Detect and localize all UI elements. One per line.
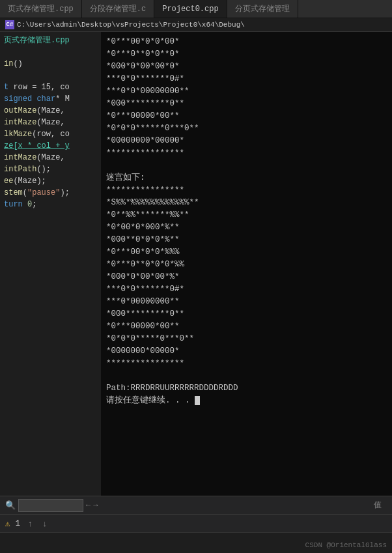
- console-output-line: ****************: [106, 184, 387, 197]
- forward-nav[interactable]: →: [93, 501, 98, 510]
- search-bar: 🔍 ← → 值: [0, 496, 392, 514]
- code-line: outMaze(Maze,: [0, 105, 101, 117]
- console-output-line: *000**0*0*0*%**: [106, 234, 387, 246]
- console-output-line: *0*0*0******0***0**: [106, 122, 387, 135]
- value-label: 值: [374, 500, 387, 511]
- tab-segment-storage[interactable]: 分段存储管理.c: [82, 0, 154, 18]
- console-output-line: *000*********0**: [106, 308, 387, 320]
- tab-paged-storage[interactable]: 分页式存储管理: [227, 0, 298, 18]
- console-output-line: 迷宫如下:: [106, 172, 387, 184]
- console-output-line: *S%%*%%%%%%%%%%%%**: [106, 197, 387, 209]
- continue-prompt: 请按任意键继续. . . _: [106, 395, 387, 407]
- console-output-line: [106, 370, 387, 382]
- code-line: signed char* M: [0, 93, 101, 105]
- console-output-line: *0***00*0*0*%%%: [106, 246, 387, 259]
- back-nav[interactable]: ←: [86, 501, 91, 510]
- tab-bar: 页式存储管理.cpp 分段存储管理.c Project0.cpp 分页式存储管理: [0, 0, 392, 18]
- code-line: ee(Maze);: [0, 175, 101, 187]
- console-output-line: ***0*0*00000000**: [106, 85, 387, 98]
- console-output-line: [106, 160, 387, 172]
- console-output-line: *0*00*0*000*%**: [106, 221, 387, 234]
- up-button[interactable]: ↑: [25, 517, 35, 530]
- code-line: intMaze(Maze,: [0, 152, 101, 163]
- path-output: Path:RRRDRRUURRRRRRDDDDRDDD: [106, 382, 387, 395]
- code-line: [0, 46, 101, 58]
- console-output-line: *00000000*00000*: [106, 135, 387, 147]
- console-output-line: *0***0**0*0*0*%%: [106, 259, 387, 271]
- code-line: stem("pause");: [0, 187, 101, 199]
- console-output-line: ***0*0*******0#*: [106, 283, 387, 296]
- console-output-line: *000*0*00*00*%*: [106, 271, 387, 283]
- code-line: [0, 70, 101, 81]
- code-line: 页式存储管理.cpp: [0, 35, 101, 46]
- console-output-line: ***0*0*******0#*: [106, 73, 387, 85]
- code-line: lkMaze(row, co: [0, 128, 101, 140]
- console-output-line: *0***00000*00**: [106, 320, 387, 333]
- code-line: ze[x * col + y: [0, 140, 101, 152]
- console-output-line: ****************: [106, 147, 387, 160]
- warning-icon: ⚠: [5, 518, 10, 529]
- console-output-line: ****************: [106, 358, 387, 370]
- console-output-line: *0***00000*00**: [106, 110, 387, 122]
- vs-icon: C#: [5, 20, 14, 29]
- error-bar: ⚠ 1 ↑ ↓: [0, 514, 392, 532]
- console-output-line: *000*0*00*00*0*: [106, 61, 387, 73]
- search-icon: 🔍: [5, 500, 16, 511]
- code-panel: 页式存储管理.cpp in() t row = 15, co signed ch…: [0, 32, 101, 509]
- path-bar: C# C:\Users\admin\Desktop\vsProjects\Pro…: [0, 18, 392, 32]
- error-count: 1: [16, 519, 20, 528]
- code-line: in(): [0, 58, 101, 70]
- console-output-line: *0*0*0*****0***0**: [106, 333, 387, 345]
- console-output-line: *0***00*0*0*00*: [106, 36, 387, 48]
- console-output-line: *0000000*00000*: [106, 345, 387, 358]
- console-output-line: ***0*00000000**: [106, 296, 387, 308]
- console-output-line: *000*********0**: [106, 98, 387, 110]
- down-button[interactable]: ↓: [40, 517, 50, 530]
- code-line: intPath();: [0, 163, 101, 175]
- console-output-line: *0***0**0*0**0*: [106, 48, 387, 61]
- watermark: CSDN @OrientalGlass: [305, 541, 387, 549]
- code-line: intMaze(Maze,: [0, 117, 101, 128]
- console-output-line: *0**%%*******%%**: [106, 209, 387, 221]
- tab-project0[interactable]: Project0.cpp: [154, 0, 227, 18]
- code-line: t row = 15, co: [0, 81, 101, 93]
- search-input[interactable]: [18, 499, 83, 512]
- tab-page-storage[interactable]: 页式存储管理.cpp: [0, 0, 82, 18]
- main-content: 页式存储管理.cpp in() t row = 15, co signed ch…: [0, 32, 392, 509]
- console-panel: *0***00*0*0*00* *0***0**0*0**0* *000*0*0…: [101, 32, 392, 509]
- path-text: C:\Users\admin\Desktop\vsProjects\Projec…: [17, 21, 245, 29]
- code-line: turn 0;: [0, 199, 101, 210]
